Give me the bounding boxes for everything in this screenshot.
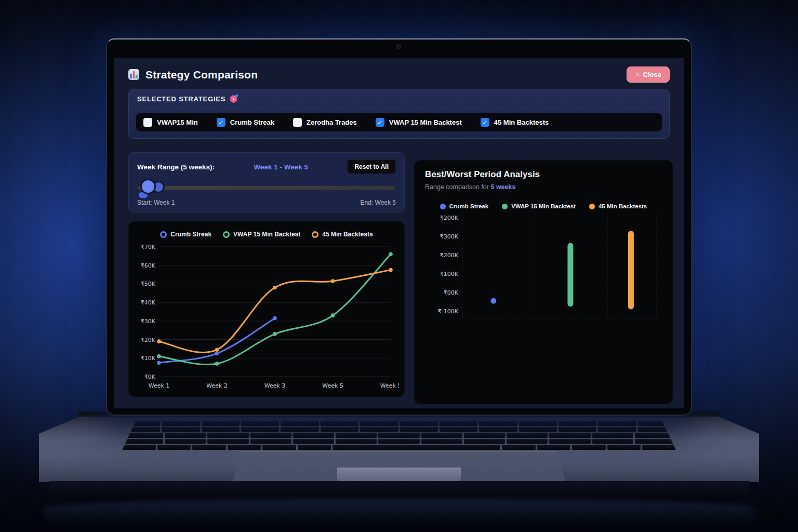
legend-item[interactable]: Crumb Streak (440, 203, 488, 209)
legend-marker-icon (589, 204, 595, 209)
svg-text:Week 5: Week 5 (380, 382, 399, 389)
legend-label: Crumb Streak (170, 231, 211, 238)
laptop-keyboard (122, 421, 676, 450)
legend-marker-icon (223, 231, 230, 238)
strategy-checkbox-item[interactable]: ✓VWAP 15 Min Backtest (376, 118, 462, 127)
keyboard-key (598, 421, 636, 426)
checkbox-checked-icon[interactable]: ✓ (376, 118, 384, 127)
keyboard-key (507, 439, 548, 444)
strategy-checkbox-item[interactable]: ✓45 Min Backtests (481, 118, 549, 127)
svg-text:₹-100K: ₹-100K (438, 308, 459, 315)
keyboard-key (400, 421, 438, 426)
keyboard-key (162, 427, 200, 432)
checkbox-unchecked-icon[interactable] (143, 118, 152, 127)
page-title: Strategy Comparison (145, 69, 258, 81)
best-worst-panel: Best/Worst Period Analysis Range compari… (414, 160, 673, 404)
svg-text:₹200K: ₹200K (440, 252, 459, 259)
close-icon: ✕ (635, 71, 640, 78)
week-range-panel: Week Range (5 weeks): Week 1 - Week 5 Re… (128, 152, 405, 212)
target-icon (230, 95, 237, 103)
close-button[interactable]: ✕ Close (627, 66, 670, 83)
keyboard-key (642, 445, 676, 450)
checkbox-checked-icon[interactable]: ✓ (217, 118, 225, 127)
keyboard-key (162, 421, 200, 426)
svg-text:₹30K: ₹30K (141, 318, 156, 325)
reset-to-all-button[interactable]: Reset to All (347, 159, 396, 174)
keyboard-key (378, 439, 419, 444)
week-end-label: End: Week 5 (361, 199, 396, 206)
strategy-checkbox-row: VWAP15 Min✓Crumb StreakZerodha Trades✓VW… (136, 113, 662, 131)
laptop-reflection (44, 499, 755, 532)
keyboard-key (122, 439, 163, 444)
keyboard-key (400, 427, 438, 432)
keyboard-key (207, 439, 248, 444)
keyboard-key (549, 439, 590, 444)
svg-text:₹70K: ₹70K (141, 244, 156, 250)
keyboard-key (250, 439, 291, 444)
main-content: Week Range (5 weeks): Week 1 - Week 5 Re… (128, 152, 670, 404)
keyboard-key (122, 445, 156, 450)
legend-label: VWAP 15 Min Backtest (511, 203, 576, 209)
line-chart-legend: Crumb StreakVWAP 15 Min Backtest45 Min B… (135, 228, 398, 241)
svg-text:₹100K: ₹100K (440, 271, 459, 277)
selected-strategies-heading: SELECTED STRATEGIES (137, 95, 225, 103)
keyboard-key (122, 433, 163, 438)
keyboard-key (360, 427, 398, 432)
keyboard-key (502, 445, 536, 450)
keyboard-key (519, 427, 557, 432)
keyboard-key (635, 439, 676, 444)
close-label: Close (643, 71, 661, 78)
keyboard-key (298, 445, 331, 450)
keyboard-key (592, 439, 633, 444)
svg-text:₹20K: ₹20K (141, 337, 156, 343)
strategy-checkbox-item[interactable]: Zerodha Trades (293, 118, 357, 127)
legend-item[interactable]: 45 Min Backtests (589, 203, 647, 209)
keyboard-key (607, 445, 641, 450)
keyboard-key (281, 421, 318, 426)
keyboard-key (165, 433, 206, 438)
checkbox-checked-icon[interactable]: ✓ (481, 118, 489, 127)
svg-text:Week 2: Week 2 (206, 382, 228, 389)
keyboard-key (262, 445, 296, 450)
keyboard-key (241, 427, 279, 432)
range-point (490, 298, 496, 304)
svg-text:₹50K: ₹50K (141, 281, 156, 287)
strategy-checkbox-item[interactable]: VWAP15 Min (143, 118, 198, 127)
laptop-keyboard-deck (39, 417, 759, 482)
checkbox-unchecked-icon[interactable] (293, 118, 302, 127)
legend-label: 45 Min Backtests (322, 231, 373, 238)
keyboard-key (281, 427, 318, 432)
keyboard-key (293, 433, 334, 438)
keyboard-key (537, 445, 571, 450)
laptop-screen: Strategy Comparison ✕ Close SELECTED STR… (106, 38, 692, 416)
svg-text:₹300K: ₹300K (440, 233, 459, 240)
keyboard-key (157, 445, 191, 450)
strategy-checkbox-item[interactable]: ✓Crumb Streak (217, 118, 274, 127)
keyboard-key (202, 421, 240, 426)
svg-text:₹40K: ₹40K (141, 299, 156, 306)
keyboard-key (598, 427, 636, 432)
legend-item[interactable]: Crumb Streak (160, 231, 211, 238)
keyboard-key (638, 421, 676, 426)
strategy-label: Crumb Streak (230, 118, 274, 126)
performance-line-chart-panel: Crumb StreakVWAP 15 Min Backtest45 Min B… (128, 221, 405, 397)
selected-strategies-panel: SELECTED STRATEGIES VWAP15 Min✓Crumb Str… (128, 89, 670, 139)
svg-text:Week 1: Week 1 (149, 382, 170, 389)
keyboard-key (332, 445, 500, 450)
slider-handle-start[interactable] (140, 179, 156, 194)
line-series (159, 318, 275, 363)
legend-item[interactable]: VWAP 15 Min Backtest (502, 203, 576, 209)
keyboard-key (228, 445, 261, 450)
legend-item[interactable]: 45 Min Backtests (312, 231, 373, 238)
week-range-slider[interactable] (137, 178, 396, 197)
line-series (159, 254, 391, 364)
keyboard-key (241, 421, 279, 426)
legend-label: Crumb Streak (449, 203, 488, 209)
keyboard-key (336, 433, 377, 438)
legend-marker-icon (502, 204, 508, 209)
keyboard-key (293, 439, 334, 444)
week-range-label: Week Range (5 weeks): (137, 163, 215, 171)
legend-item[interactable]: VWAP 15 Min Backtest (223, 231, 300, 238)
keyboard-key (421, 439, 462, 444)
slider-track[interactable] (138, 186, 395, 190)
